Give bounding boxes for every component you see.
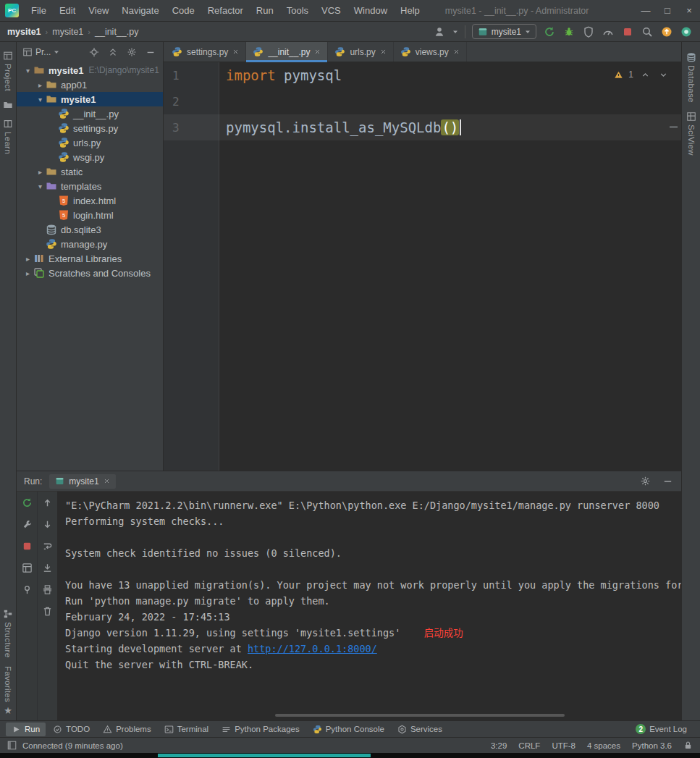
code-line[interactable]: 1import pymysql xyxy=(164,62,681,88)
pin-icon[interactable] xyxy=(20,583,33,596)
tree-item-wsgi-py[interactable]: wsgi.py xyxy=(17,150,163,164)
tree-item-manage-py[interactable]: manage.py xyxy=(17,237,163,251)
toolwindow-button-python-packages[interactable]: Python Packages xyxy=(216,723,305,736)
menu-view[interactable]: View xyxy=(82,2,115,19)
stop-icon[interactable] xyxy=(621,25,634,38)
minimize-button[interactable]: — xyxy=(635,0,657,22)
soft-wrap-icon[interactable] xyxy=(41,539,54,552)
tree-item-login-html[interactable]: 5login.html xyxy=(17,208,163,222)
run-console[interactable]: "E:\PyCharm 2021.2.2\bin\runnerw.exe" E:… xyxy=(58,492,681,720)
menu-navigate[interactable]: Navigate xyxy=(115,2,165,19)
code-line[interactable]: 3pymysql.install_as_MySQLdb() xyxy=(164,114,681,140)
run-tab-mysite1[interactable]: mysite1 xyxy=(49,474,115,489)
status-crlf[interactable]: CRLF xyxy=(518,741,540,750)
tree-item-index-html[interactable]: 5index.html xyxy=(17,193,163,208)
minimize-icon[interactable] xyxy=(661,475,674,488)
toolwindow-button-python-console[interactable]: Python Console xyxy=(307,723,390,736)
menu-file[interactable]: File xyxy=(25,2,53,19)
stripe-sciview-button[interactable]: SciView xyxy=(686,107,696,160)
console-link[interactable]: http://127.0.0.1:8000/ xyxy=(248,643,377,654)
project-panel-title[interactable]: Pr... xyxy=(35,47,51,57)
up-arrow-icon[interactable] xyxy=(41,496,54,509)
tab-init-py[interactable]: __init__.py xyxy=(246,42,328,62)
close-button[interactable]: × xyxy=(678,0,700,22)
code-with-me-icon[interactable] xyxy=(680,25,693,38)
tree-item-static[interactable]: ▸static xyxy=(17,164,163,179)
breadcrumb-item-init-py[interactable]: __init__.py xyxy=(95,27,138,37)
stripe-database-button[interactable]: Database xyxy=(686,48,696,107)
tree-item-templates[interactable]: ▾templates xyxy=(17,179,163,193)
lock-icon[interactable] xyxy=(683,741,693,750)
previous-problem-icon[interactable] xyxy=(638,68,651,81)
toolwindow-button-problems[interactable]: Problems xyxy=(97,723,157,736)
toolwindow-button-services[interactable]: Services xyxy=(392,723,448,736)
tree-item-urls-py[interactable]: urls.py xyxy=(17,135,163,150)
menu-window[interactable]: Window xyxy=(347,2,394,19)
run-configuration-select[interactable]: mysite1 xyxy=(472,24,536,39)
bug-icon[interactable] xyxy=(562,25,575,38)
stripe-favorites-button[interactable]: Favorites ★ xyxy=(4,662,12,720)
tool-window-switcher-icon[interactable] xyxy=(7,741,17,750)
toolwindow-button-run[interactable]: Run xyxy=(6,723,46,736)
stripe-folder-button[interactable] xyxy=(3,96,13,114)
close-icon[interactable] xyxy=(232,49,239,55)
stripe-learn-button[interactable]: Learn xyxy=(3,114,13,159)
tree-item-mysite1[interactable]: ▾mysite1 xyxy=(17,92,163,106)
down-arrow-icon[interactable] xyxy=(41,518,54,531)
toolwindow-button-event-log[interactable]: 2Event Log xyxy=(630,722,693,736)
printer-icon[interactable] xyxy=(41,583,54,596)
menu-code[interactable]: Code xyxy=(166,2,201,19)
maximize-button[interactable]: □ xyxy=(657,0,678,22)
tab-settings-py[interactable]: settings.py xyxy=(165,42,246,62)
rerun-icon[interactable] xyxy=(20,496,33,509)
stop-icon[interactable] xyxy=(20,539,33,552)
stripe-project-button[interactable]: Project xyxy=(3,46,13,96)
minimize-icon[interactable] xyxy=(144,46,157,59)
search-icon[interactable] xyxy=(641,25,654,38)
trash-icon[interactable] xyxy=(41,605,54,618)
tree-item-scratches-and-consoles[interactable]: ▸Scratches and Consoles xyxy=(17,266,163,280)
locate-icon[interactable] xyxy=(88,46,101,59)
menu-refactor[interactable]: Refactor xyxy=(201,2,250,19)
close-icon[interactable] xyxy=(104,478,110,484)
tab-urls-py[interactable]: urls.py xyxy=(328,42,393,62)
horizontal-scrollbar[interactable] xyxy=(275,714,565,717)
close-icon[interactable] xyxy=(453,49,460,55)
tree-item-app01[interactable]: ▸app01 xyxy=(17,77,163,92)
wrench-icon[interactable] xyxy=(20,518,33,531)
toolwindow-button-todo[interactable]: TODO xyxy=(47,723,96,736)
tree-item-init-py[interactable]: __init__.py xyxy=(17,106,163,121)
collapse-icon[interactable] xyxy=(106,46,119,59)
inspection-widget[interactable]: 1 xyxy=(614,68,670,81)
layout-icon[interactable] xyxy=(20,561,33,574)
menu-run[interactable]: Run xyxy=(250,2,280,19)
tree-item-settings-py[interactable]: settings.py xyxy=(17,121,163,135)
tree-item-mysite1[interactable]: ▾mysite1E:\Django\mysite1 xyxy=(17,63,163,77)
code-line[interactable]: 2 xyxy=(164,88,681,114)
menu-vcs[interactable]: VCS xyxy=(315,2,347,19)
menu-edit[interactable]: Edit xyxy=(53,2,82,19)
status-4-spaces[interactable]: 4 spaces xyxy=(587,741,620,750)
status-3-29[interactable]: 3:29 xyxy=(491,741,507,750)
tree-item-db-sqlite3[interactable]: db.sqlite3 xyxy=(17,222,163,237)
scroll-end-icon[interactable] xyxy=(41,561,54,574)
breadcrumb-item-mysite1[interactable]: mysite1 xyxy=(7,27,41,37)
close-icon[interactable] xyxy=(380,49,387,55)
user-account-icon[interactable] xyxy=(433,25,446,38)
menu-tools[interactable]: Tools xyxy=(280,2,315,19)
close-icon[interactable] xyxy=(314,49,321,55)
toolwindow-button-terminal[interactable]: Terminal xyxy=(159,723,214,736)
chevron-down-icon[interactable] xyxy=(452,25,458,38)
status-python-3-6[interactable]: Python 3.6 xyxy=(632,741,672,750)
tab-views-py[interactable]: views.py xyxy=(394,42,467,62)
profiler-icon[interactable] xyxy=(602,25,615,38)
gear-icon[interactable] xyxy=(125,46,138,59)
update-icon[interactable] xyxy=(660,25,673,38)
breadcrumb-item-mysite1[interactable]: mysite1 xyxy=(52,27,83,37)
gear-icon[interactable] xyxy=(638,475,651,488)
status-utf-8[interactable]: UTF-8 xyxy=(552,741,575,750)
code-editor[interactable]: 1import pymysql23pymysql.install_as_MySQ… xyxy=(164,62,681,471)
stripe-structure-button[interactable]: Structure xyxy=(3,605,13,662)
tree-item-external-libraries[interactable]: ▸External Libraries xyxy=(17,251,163,266)
rerun-icon[interactable] xyxy=(543,25,556,38)
